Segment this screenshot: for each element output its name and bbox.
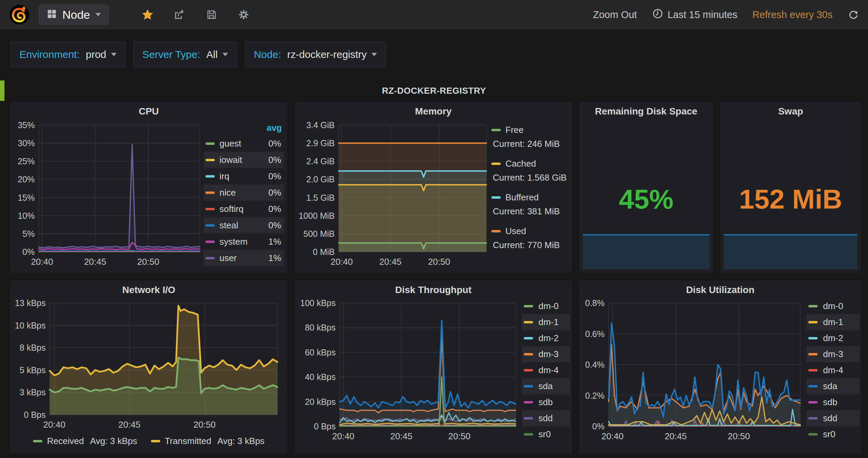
chevron-down-icon: [111, 53, 117, 56]
gear-icon[interactable]: [238, 9, 250, 21]
dashboard-picker-button[interactable]: Node: [39, 5, 109, 25]
series-color-dash: [151, 440, 160, 442]
refresh-interval-button[interactable]: Refresh every 30s: [752, 9, 833, 20]
series-color-dash: [808, 369, 818, 371]
share-icon[interactable]: [173, 9, 186, 21]
svg-text:20:50: 20:50: [728, 431, 750, 441]
panel-title[interactable]: Network I/O: [10, 285, 287, 295]
legend-item-guest[interactable]: guest0%: [203, 135, 284, 152]
panel-title[interactable]: Disk Utilization: [579, 285, 861, 295]
svg-text:80 kBps: 80 kBps: [305, 323, 336, 332]
legend-item-dm-1[interactable]: dm-1: [522, 314, 570, 330]
svg-text:20:50: 20:50: [194, 419, 216, 430]
legend-item-sr0[interactable]: sr0: [806, 426, 859, 442]
grid-icon: [47, 9, 57, 20]
legend-item-Used[interactable]: UsedCurrent: 770 MiB: [491, 225, 568, 250]
panel-title[interactable]: Disk Throughput: [295, 285, 572, 295]
disk-utilization-graph[interactable]: 0%0.2%0.4%0.6%0.8%20:4020:4520:50: [581, 296, 803, 445]
variable-node[interactable]: Node: rz-docker-registry: [245, 41, 386, 68]
legend-item-irq[interactable]: irq0%: [203, 168, 284, 184]
legend-label: Used: [505, 226, 526, 236]
panel-disk-throughput: Disk Throughput 0 Bps20 kBps40 kBps60 kB…: [295, 280, 572, 454]
legend-item-system[interactable]: system1%: [203, 233, 284, 250]
star-icon[interactable]: [141, 9, 154, 21]
disk-throughput-legend: dm-0dm-1dm-2dm-3dm-4sdasdbsddsr0: [522, 298, 570, 442]
legend-item-dm-0[interactable]: dm-0: [522, 298, 570, 314]
legend-label: dm-3: [538, 349, 559, 360]
series-color-dash: [524, 369, 533, 371]
series-color-dash: [205, 142, 215, 145]
svg-text:500 MiB: 500 MiB: [303, 229, 335, 239]
dashboard-title: Node: [62, 8, 90, 21]
row-collapse-marker[interactable]: [0, 80, 4, 101]
disk-throughput-graph[interactable]: 0 Bps20 kBps40 kBps60 kBps80 kBps100 kBp…: [296, 296, 518, 445]
svg-text:20:45: 20:45: [379, 257, 401, 267]
legend-item-steal[interactable]: steal0%: [203, 217, 284, 233]
legend-item-dm-2[interactable]: dm-2: [806, 330, 859, 346]
cpu-graph[interactable]: 0%5%10%15%20%25%30%35%20:4020:4520:50: [12, 118, 202, 270]
memory-graph[interactable]: 0 MiB500 MiB1000 MiB1.5 GiB2.0 GiB2.4 Gi…: [296, 118, 489, 270]
legend-item-dm-1[interactable]: dm-1: [806, 314, 859, 330]
legend-value: 0%: [268, 187, 281, 198]
svg-text:1000 MiB: 1000 MiB: [299, 211, 335, 220]
svg-text:8 kBps: 8 kBps: [20, 343, 46, 352]
panel-title[interactable]: Remaining Disk Space: [579, 106, 713, 117]
memory-legend: FreeCurrent: 246 MiBCachedCurrent: 1.568…: [491, 124, 568, 259]
panel-title[interactable]: CPU: [10, 106, 287, 117]
legend-item-dm-3[interactable]: dm-3: [806, 346, 859, 362]
legend-item-sdb[interactable]: sdb: [522, 394, 570, 410]
legend-label: sr0: [538, 429, 551, 440]
legend-header[interactable]: avg: [203, 120, 284, 135]
svg-text:20:45: 20:45: [390, 431, 412, 441]
legend-item-dm-3[interactable]: dm-3: [522, 346, 570, 362]
series-color-dash: [205, 257, 215, 259]
svg-text:10%: 10%: [18, 211, 35, 220]
grafana-logo-icon[interactable]: [9, 4, 30, 25]
legend-item-user[interactable]: user1%: [203, 250, 284, 266]
legend-item-sdd[interactable]: sdd: [806, 410, 859, 426]
legend-label: dm-3: [823, 349, 843, 360]
legend-item-nice[interactable]: nice0%: [203, 184, 284, 201]
legend-item-Transmitted[interactable]: TransmittedAvg: 3 kBps: [151, 436, 265, 446]
legend-item-dm-4[interactable]: dm-4: [806, 362, 859, 378]
legend-value: 0%: [268, 138, 281, 149]
svg-text:0.8%: 0.8%: [585, 298, 605, 308]
legend-item-sda[interactable]: sda: [522, 378, 570, 394]
legend-item-iowait[interactable]: iowait0%: [203, 152, 284, 168]
legend-item-dm-2[interactable]: dm-2: [522, 330, 570, 346]
variable-environment[interactable]: Environment: prod: [10, 41, 126, 68]
legend-item-softirq[interactable]: softirq0%: [203, 201, 284, 217]
sparkline: [583, 233, 710, 269]
legend-item-dm-4[interactable]: dm-4: [522, 362, 570, 378]
save-icon[interactable]: [205, 9, 218, 21]
svg-text:30%: 30%: [18, 138, 35, 148]
legend-item-Free[interactable]: FreeCurrent: 246 MiB: [491, 124, 568, 149]
series-color-dash: [524, 417, 533, 419]
svg-text:0%: 0%: [592, 422, 605, 431]
series-color-dash: [808, 321, 818, 323]
panel-title[interactable]: Memory: [295, 106, 572, 117]
legend-item-sda[interactable]: sda: [806, 378, 859, 394]
singlestat-value: 152 MiB: [720, 184, 861, 215]
legend-item-sdd[interactable]: sdd: [522, 410, 570, 426]
legend-item-sr0[interactable]: sr0: [522, 426, 570, 442]
network-graph[interactable]: 0 Bps3 kBps5 kBps8 kBps10 kBps13 kBps20:…: [12, 296, 280, 433]
zoom-out-button[interactable]: Zoom Out: [593, 9, 637, 20]
legend-label: Cached: [505, 158, 536, 169]
legend-item-dm-0[interactable]: dm-0: [806, 298, 859, 314]
legend-item-sdb[interactable]: sdb: [806, 394, 859, 410]
graph-canvas: 0%0.2%0.4%0.6%0.8%20:4020:4520:50: [581, 296, 803, 445]
svg-text:60 kBps: 60 kBps: [305, 348, 336, 357]
legend-item-Received[interactable]: ReceivedAvg: 3 kBps: [33, 436, 137, 446]
disk-utilization-legend: dm-0dm-1dm-2dm-3dm-4sdasdbsddsr0: [806, 298, 859, 442]
row-title[interactable]: RZ-DOCKER-REGISTRY: [0, 80, 868, 101]
legend-label: guest: [219, 138, 268, 149]
time-picker-button[interactable]: Last 15 minutes: [652, 8, 737, 22]
legend-label: dm-1: [823, 317, 843, 327]
svg-text:20:45: 20:45: [118, 419, 140, 430]
variable-server-type[interactable]: Server Type: All: [133, 41, 237, 68]
refresh-icon[interactable]: [848, 9, 859, 20]
legend-item-Cached[interactable]: CachedCurrent: 1.568 GiB: [491, 157, 568, 183]
panel-title[interactable]: Swap: [720, 106, 861, 117]
legend-item-Buffered[interactable]: BufferedCurrent: 381 MiB: [491, 191, 568, 217]
